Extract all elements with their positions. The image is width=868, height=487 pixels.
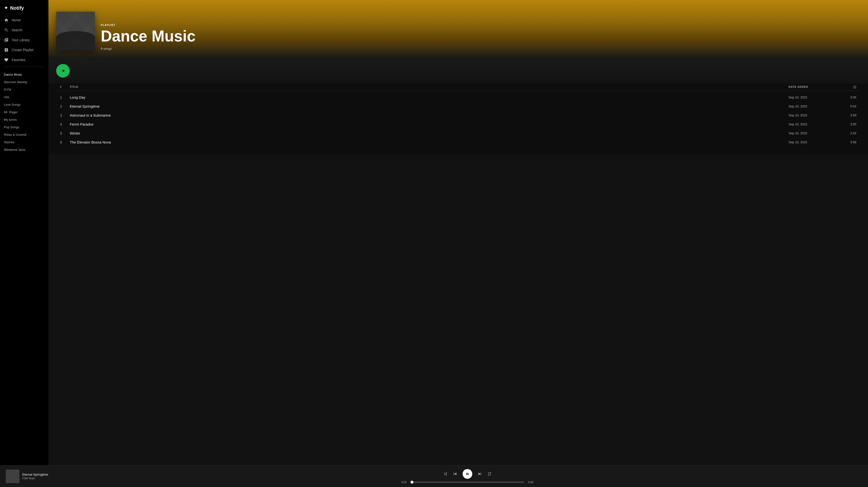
track-title: Long Day: [70, 95, 788, 99]
progress-track[interactable]: [411, 482, 524, 483]
track-duration: 5:02: [837, 105, 857, 108]
track-duration: 3:55: [837, 122, 857, 126]
track-title: The Elevator Bossa Nova: [70, 140, 788, 144]
nav-label-library: Your Library: [11, 38, 30, 42]
now-playing-title: Eternal Springtime: [22, 473, 48, 476]
col-header-title: TITLE: [70, 85, 788, 89]
track-list: # TITLE DATE ADDED 1 Long Day Sep 10, 20…: [49, 83, 868, 154]
repeat-button[interactable]: [487, 472, 492, 476]
nav-item-library[interactable]: Your Library: [2, 35, 46, 45]
track-date: Sep 10, 2022: [788, 122, 837, 126]
playlist-item-mr-rager[interactable]: Mr. Rager: [2, 108, 46, 116]
nav-item-favorites[interactable]: Favorites: [2, 55, 46, 65]
control-buttons: [443, 469, 492, 479]
playlist-type-label: PLAYLIST: [101, 24, 195, 26]
pause-button[interactable]: [463, 469, 472, 479]
col-header-date: DATE ADDED: [788, 85, 837, 89]
track-number: 2: [60, 105, 70, 108]
prev-button[interactable]: [453, 471, 458, 477]
track-number: 6: [60, 140, 70, 144]
track-title: Astronaut in a Submarine: [70, 113, 788, 117]
track-date: Sep 10, 2022: [788, 113, 837, 117]
playlist-item-hits[interactable]: Hits: [2, 93, 46, 101]
track-number: 4: [60, 122, 70, 126]
playlist-item-pop-songs[interactable]: Pop Songs: [2, 123, 46, 131]
playlist-header: PLAYLIST Dance Music 6 songs: [49, 0, 868, 58]
nav-label-home: Home: [11, 18, 21, 22]
current-time: 0:03: [400, 481, 408, 484]
playlist-item-starred[interactable]: Starred: [2, 138, 46, 146]
track-date: Sep 10, 2022: [788, 95, 837, 99]
playlist-song-count: 6 songs: [101, 47, 195, 51]
library-icon: [4, 37, 9, 42]
nav-label-search: Search: [11, 28, 22, 32]
track-number: 5: [60, 132, 70, 135]
track-title: Eternal Springtime: [70, 104, 788, 108]
playlist-item-weekend-jams[interactable]: Weekend Jams: [2, 146, 46, 153]
nav-item-search[interactable]: Search: [2, 25, 46, 35]
track-title: Winter: [70, 131, 788, 135]
track-row[interactable]: 5 Winter Sep 10, 2022 2:42: [56, 129, 860, 138]
now-playing-thumbnail: [6, 469, 20, 483]
nav-item-home[interactable]: Home: [2, 15, 46, 25]
clock-icon: [853, 85, 857, 89]
playlist-item-love-songs[interactable]: Love Songs: [2, 101, 46, 108]
playlist-item-dance-music[interactable]: Dance Music: [2, 71, 46, 78]
sidebar: ✦ Notify Home Search Your Library: [0, 0, 49, 465]
now-playing: Eternal Springtime FSM Team: [6, 469, 69, 483]
search-icon: [4, 27, 9, 32]
col-header-duration: [837, 85, 857, 89]
track-number: 1: [60, 95, 70, 99]
home-icon: [4, 18, 9, 23]
track-duration: 2:42: [837, 132, 857, 135]
playlist-title: Dance Music: [101, 28, 195, 44]
track-date: Sep 10, 2022: [788, 140, 837, 144]
track-duration: 3:58: [837, 140, 857, 144]
now-playing-info: Eternal Springtime FSM Team: [22, 473, 48, 480]
col-header-number: #: [60, 85, 70, 89]
progress-fill: [411, 482, 412, 483]
playlist-item-gym[interactable]: GYM: [2, 86, 46, 93]
playlist-item-discover-weekly[interactable]: Discover Weekly: [2, 78, 46, 86]
progress-thumb: [410, 481, 413, 484]
playlist-list: Dance Music Discover Weekly GYM Hits Lov…: [0, 69, 49, 155]
app-logo: ✦ Notify: [0, 0, 49, 15]
create-icon: [4, 47, 9, 52]
playlist-info: PLAYLIST Dance Music 6 songs: [101, 24, 195, 51]
track-title: Fermi Paradox: [70, 122, 788, 126]
main-nav: Home Search Your Library Create Playlist: [0, 15, 49, 65]
track-date: Sep 10, 2022: [788, 132, 837, 135]
track-duration: 3:05: [837, 95, 857, 99]
thumbnail-pattern: [6, 469, 20, 483]
playlist-item-my-tunes[interactable]: My tunes: [2, 116, 46, 123]
track-duration: 3:59: [837, 113, 857, 117]
player-bar: Eternal Springtime FSM Team 0:03: [0, 465, 868, 487]
shuffle-button[interactable]: [443, 472, 447, 476]
track-row[interactable]: 2 Eternal Springtime Sep 10, 2022 5:02: [56, 102, 860, 111]
track-row[interactable]: 1 Long Day Sep 10, 2022 3:05: [56, 93, 860, 102]
next-button[interactable]: [477, 471, 483, 477]
track-date: Sep 10, 2022: [788, 105, 837, 108]
nav-item-create[interactable]: Create Playlist: [2, 45, 46, 55]
track-row[interactable]: 6 The Elevator Bossa Nova Sep 10, 2022 3…: [56, 138, 860, 147]
controls-area: [49, 58, 868, 83]
playlist-play-button[interactable]: [56, 64, 70, 78]
cover-arch: [56, 31, 95, 51]
app-name: Notify: [10, 5, 24, 11]
main-content: PLAYLIST Dance Music 6 songs # TITLE DAT…: [49, 0, 868, 465]
track-number: 3: [60, 113, 70, 117]
heart-icon: [4, 57, 9, 62]
track-list-header: # TITLE DATE ADDED: [56, 83, 860, 91]
nav-label-create: Create Playlist: [11, 48, 33, 52]
playlist-item-relax-unwind[interactable]: Relax & Unwind: [2, 131, 46, 138]
nav-label-favorites: Favorites: [11, 58, 26, 62]
track-row[interactable]: 4 Fermi Paradox Sep 10, 2022 3:55: [56, 120, 860, 129]
progress-bar-container: 0:03 5:06: [400, 481, 535, 484]
playlist-cover: [56, 12, 95, 51]
track-row[interactable]: 3 Astronaut in a Submarine Sep 10, 2022 …: [56, 111, 860, 120]
total-time: 5:06: [527, 481, 535, 484]
now-playing-artist: FSM Team: [22, 477, 48, 480]
logo-icon: ✦: [4, 5, 8, 11]
cover-image: [56, 12, 95, 51]
player-controls: 0:03 5:06: [73, 469, 862, 484]
